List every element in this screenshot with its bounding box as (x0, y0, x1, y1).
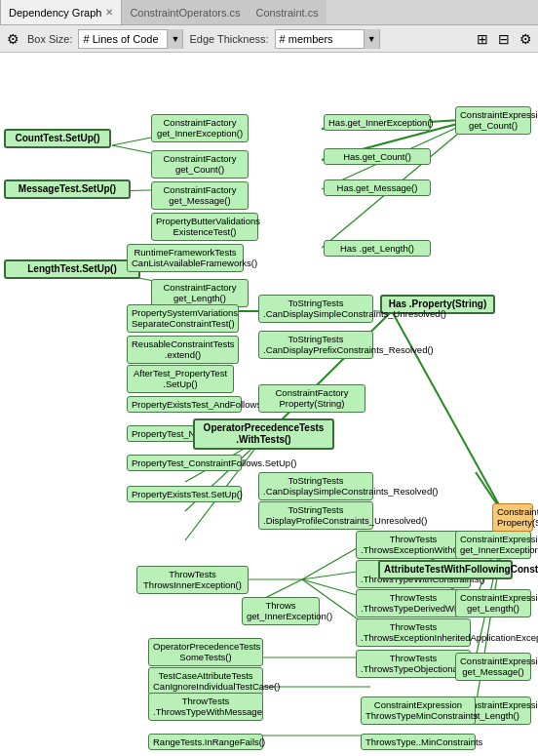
layout-icon2[interactable]: ⊟ (495, 30, 513, 48)
edge-thickness-label: Edge Thickness: (189, 33, 268, 45)
operator-precedence-with-node[interactable]: OperatorPrecedenceTests.WithTests() (193, 418, 334, 450)
ce-property-string-node[interactable]: ConstraintExpressionProperty(String) (492, 503, 533, 532)
has-get-count-node[interactable]: Has.get_Count() (324, 148, 431, 165)
property-exists-and-follows-node[interactable]: PropertyExistsTest_AndFollows.SetUp() (127, 396, 242, 413)
has-get-inner-node[interactable]: Has.get_InnerException() (324, 114, 431, 131)
count-test-setup-node[interactable]: CountTest.SetUp() (4, 129, 111, 148)
ce-get-message-node[interactable]: ConstraintExpressionget_Message() (455, 653, 531, 681)
throw-type-derived-node[interactable]: ThrowTests.ThrowsTypeDerivedWithExceptio… (356, 589, 471, 617)
tab-constraint-operators[interactable]: ConstraintOperators.cs (122, 0, 248, 24)
count-test-label: CountTest.SetUp() (15, 133, 99, 143)
property-system-variations-node[interactable]: PropertySystemVariationsSeparateConstrai… (127, 304, 239, 333)
title-bar: Dependency Graph ✕ ConstraintOperators.c… (0, 0, 538, 25)
throw-with-message-node[interactable]: ThrowTests.ThrowsTypeWithMessage (148, 693, 263, 721)
edge-thickness-value: # members (276, 30, 364, 48)
operator-precedence-some-node[interactable]: OperatorPrecedenceTestsSomeTests() (148, 638, 263, 666)
throw-exception-inherit-node[interactable]: ThrowTests.ThrowsExceptionInheritedAppli… (356, 618, 471, 647)
throw-tests-throws-inner-node[interactable]: ThrowTestsThrowsInnerException() (136, 566, 249, 594)
toolbar-right-icons: ⊞ ⊟ ⚙ (474, 30, 534, 48)
cf-get-length-node[interactable]: ConstraintFactoryget_Length() (151, 279, 249, 307)
graph-area[interactable]: CountTest.SetUp() MessageTest.SetUp() Le… (0, 53, 538, 756)
tostring-simple-unresolved-node[interactable]: ToStringTests.CanDisplaySimpleConstraint… (258, 295, 373, 323)
ce-get-length-node[interactable]: ConstraintExpressionget_Length() (455, 589, 531, 617)
tab-close-icon[interactable]: ✕ (105, 7, 113, 18)
cf-get-inner-node[interactable]: ConstraintFactoryget_InnerException() (151, 114, 249, 142)
has-get-length-node[interactable]: Has .get_Length() (324, 240, 431, 257)
cf-property-string-node[interactable]: ConstraintFactoryProperty(String) (258, 384, 365, 413)
length-test-setup-node[interactable]: LengthTest.SetUp() (4, 259, 140, 279)
box-size-select[interactable]: # Lines of Code ▼ (78, 29, 183, 49)
attribute-test-node[interactable]: AttributeTestWithFollowingConstraint.Set… (378, 560, 513, 579)
layout-icon1[interactable]: ⊞ (474, 30, 491, 48)
cf-get-count-node[interactable]: ConstraintFactoryget_Count() (151, 150, 249, 179)
has-get-message-node[interactable]: Has.get_Message() (324, 179, 431, 196)
throw-type-obj-node[interactable]: ThrowTests.ThrowsTypeObjectionableExcept… (356, 650, 471, 678)
edge-thickness-select[interactable]: # members ▼ (275, 29, 380, 49)
toolbar: ⚙ Box Size: # Lines of Code ▼ Edge Thick… (0, 25, 538, 53)
box-size-arrow[interactable]: ▼ (167, 29, 182, 49)
ce-throws-type-min-node[interactable]: ConstraintExpressionThrowsTypeMinConstra… (361, 696, 476, 725)
length-test-label: LengthTest.SetUp() (27, 263, 117, 274)
tostring-simple-resolved-node[interactable]: ToStringTests.CanDisplaySimpleConstraint… (258, 472, 373, 500)
property-butter-node[interactable]: PropertyButterValidationsExistenceTest() (151, 213, 258, 241)
throw-exception-constraint-node[interactable]: ThrowTests.ThrowsExceptionWithConstraint… (356, 531, 471, 559)
range-tests-node[interactable]: RangeTests.InRangeFails() (148, 734, 263, 750)
ce-get-count-node[interactable]: ConstraintExpressionget_Count() (455, 106, 531, 135)
message-test-setup-node[interactable]: MessageTest.SetUp() (4, 179, 131, 199)
message-test-label: MessageTest.SetUp() (19, 183, 116, 194)
tab-constraint-operators-label: ConstraintOperators.cs (130, 7, 240, 19)
tab-dependency-graph-label: Dependency Graph (9, 7, 101, 19)
settings-icon[interactable]: ⚙ (4, 30, 21, 48)
tab-constraint[interactable]: Constraint.cs (249, 0, 327, 24)
test-case-attribute-node[interactable]: TestCaseAttributeTestsCanIgnoreIndividua… (148, 667, 263, 696)
box-size-label: Box Size: (27, 33, 72, 45)
property-test-constraint-follows-node[interactable]: PropertyTest_ConstraintFollows.SetUp() (127, 455, 242, 471)
tab-dependency-graph[interactable]: Dependency Graph ✕ (0, 0, 122, 24)
ce-get-inner-node[interactable]: ConstraintExpressionget_InnerException() (455, 531, 531, 559)
property-exists-test-node[interactable]: PropertyExistsTest.SetUp() (127, 486, 242, 502)
edge-thickness-arrow[interactable]: ▼ (364, 29, 379, 49)
tab-constraint-label: Constraint.cs (256, 7, 319, 19)
after-property-test-node[interactable]: AfterTest_PropertyTest.SetUp() (127, 365, 234, 393)
runtime-framework-node[interactable]: RuntimeFrameworkTestsCanListAvailableFra… (127, 244, 244, 272)
config-icon[interactable]: ⚙ (517, 30, 534, 48)
reusable-constraint-node[interactable]: ReusableConstraintTests.extend() (127, 336, 239, 364)
throws-get-inner-node[interactable]: Throwsget_InnerException() (242, 597, 320, 625)
cf-get-message-node[interactable]: ConstraintFactoryget_Message() (151, 181, 249, 210)
box-size-value: # Lines of Code (79, 30, 167, 48)
tostring-display-profile-node[interactable]: ToStringTests.DisplayProfileConstraints_… (258, 501, 373, 530)
ce-throws-type-min2-node[interactable]: ThrowsType..MinConstraints (361, 734, 476, 750)
tostring-prefix-resolved-node[interactable]: ToStringTests.CanDisplayPrefixConstraint… (258, 331, 373, 359)
